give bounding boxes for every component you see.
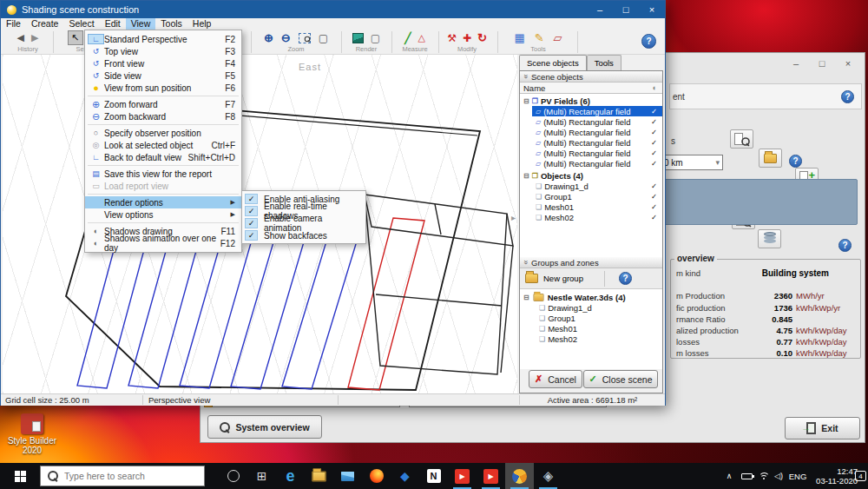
menu-item-render-options[interactable]: Render options ▶: [85, 196, 241, 208]
distance-combobox[interactable]: 0 km ▾: [661, 155, 723, 170]
open-folder-button[interactable]: [759, 149, 782, 168]
menu-item-specify-observer[interactable]: ○ Specify observer position: [85, 127, 241, 139]
help-icon[interactable]: ?: [619, 272, 632, 285]
new-group-button[interactable]: New group: [543, 274, 583, 283]
tools-grid-icon[interactable]: ▦: [514, 31, 524, 44]
scene-objects-header[interactable]: » Scene objects: [520, 71, 662, 83]
visible-check-icon[interactable]: ✓: [651, 213, 657, 221]
search-input[interactable]: [64, 471, 186, 481]
measure-line-icon[interactable]: ╱: [404, 32, 411, 44]
menu-item-zoom-backward[interactable]: ⊖ Zoom backwardF8: [85, 110, 241, 122]
render-wireframe-icon[interactable]: ▢: [371, 32, 380, 44]
menu-item-back-to-default[interactable]: ∟ Back to default viewShift+Ctrl+D: [85, 151, 241, 163]
modify-wrench-icon[interactable]: ⚒: [447, 32, 457, 44]
tree-item-pv[interactable]: ▱(Multi) Rectangular field✓: [520, 116, 662, 127]
menu-file[interactable]: File: [1, 18, 26, 30]
menu-edit[interactable]: Edit: [100, 18, 126, 30]
parent-minimize-button[interactable]: –: [783, 55, 809, 72]
modify-rotate-icon[interactable]: ↻: [477, 31, 487, 44]
pvsyst-app-button-2[interactable]: ▶: [477, 463, 505, 489]
notion-button[interactable]: N: [419, 463, 448, 489]
menu-help[interactable]: Help: [187, 18, 217, 30]
name-column-header[interactable]: Name ◐: [520, 83, 662, 94]
visible-check-icon[interactable]: ✓: [651, 182, 657, 190]
wifi-indicator[interactable]: [755, 463, 773, 489]
measure-triangle-icon[interactable]: △: [418, 32, 424, 43]
pvsyst-app-button[interactable]: ▶: [448, 463, 477, 489]
menu-create[interactable]: Create: [26, 18, 64, 30]
zoom-out-icon[interactable]: ⊖: [281, 31, 291, 44]
menu-item-front-view[interactable]: ↺ Front viewF4: [85, 57, 241, 69]
tree-item-object[interactable]: ❏Mesh01✓: [520, 202, 662, 212]
clock[interactable]: 12:47 03-11-2020: [806, 466, 858, 486]
close-scene-button[interactable]: ✓ Close scene: [583, 370, 658, 388]
parent-maximize-button[interactable]: □: [809, 55, 835, 72]
visible-check-icon[interactable]: ✓: [651, 149, 657, 157]
scroll-right-icon[interactable]: ▸: [511, 213, 516, 222]
tree-node-pv-fields[interactable]: ⊟ ❐ PV Fields (6): [520, 96, 662, 106]
maximize-button[interactable]: □: [613, 1, 639, 18]
visible-check-icon[interactable]: ✓: [651, 117, 657, 126]
active-app-button[interactable]: [505, 463, 534, 489]
collapse-minus-icon[interactable]: ⊟: [523, 172, 529, 180]
gray-app-button[interactable]: ◈: [534, 463, 562, 489]
groups-zones-header[interactable]: » Groups and zones: [520, 257, 662, 268]
tree-item-pv[interactable]: ▱(Multi) Rectangular field✓: [520, 127, 662, 137]
tree-node-objects[interactable]: ⊟ ❒ Objects (4): [520, 170, 662, 181]
dialog-titlebar[interactable]: Shading scene construction – □ ×: [1, 1, 665, 18]
visible-check-icon[interactable]: ✓: [651, 138, 657, 147]
exit-button[interactable]: Exit: [785, 417, 860, 439]
help-icon[interactable]: ?: [838, 239, 852, 252]
system-overview-button[interactable]: System overview: [207, 415, 322, 439]
help-icon[interactable]: ?: [841, 90, 854, 103]
tree-item-group[interactable]: ❏Mesh02: [520, 334, 662, 344]
tab-scene-objects[interactable]: Scene objects: [519, 55, 587, 70]
render-solid-icon[interactable]: [352, 33, 364, 43]
menu-tools[interactable]: Tools: [155, 18, 187, 30]
tree-item-object[interactable]: ❏Mesh02✓: [520, 212, 662, 222]
zoom-object-icon[interactable]: ▢: [319, 32, 328, 44]
history-back-icon[interactable]: ◀: [17, 32, 24, 43]
edge-button[interactable]: e: [276, 463, 305, 489]
help-icon[interactable]: ?: [789, 155, 802, 168]
zoom-window-icon[interactable]: [299, 33, 311, 43]
select-cursor-icon[interactable]: ↖: [68, 30, 83, 45]
tree-item-pv[interactable]: ▱(Multi) Rectangular field✓: [520, 158, 662, 169]
tools-layers-icon[interactable]: ▱: [554, 31, 562, 44]
tools-pencil-icon[interactable]: ✎: [535, 31, 544, 44]
modify-move-icon[interactable]: ✚: [463, 32, 471, 44]
tree-item-object[interactable]: ❏Drawing1_d✓: [520, 181, 662, 191]
menu-item-view-from-sun[interactable]: ● View from sun positionF6: [85, 82, 241, 94]
tree-item-object[interactable]: ❏Group1✓: [520, 191, 662, 202]
menu-item-top-view[interactable]: ↺ Top viewF3: [85, 45, 241, 57]
tree-item-group[interactable]: ❏Mesh01: [520, 323, 662, 334]
firefox-button[interactable]: [362, 463, 391, 489]
menu-select[interactable]: Select: [63, 18, 99, 30]
cortana-button[interactable]: [219, 463, 247, 489]
dropbox-button[interactable]: ◆: [391, 463, 419, 489]
start-button[interactable]: [0, 463, 40, 489]
menu-item-shadows-animation[interactable]: ◐ Shadows animation over one dayF12: [85, 237, 241, 249]
parent-close-button[interactable]: ×: [835, 55, 861, 72]
volume-indicator[interactable]: ◁): [771, 463, 786, 489]
menu-view[interactable]: View: [126, 18, 156, 30]
tree-item-group[interactable]: ❏Drawing1_d: [520, 302, 662, 313]
submenu-item-camera-animation[interactable]: ✓ Enable camera animation: [242, 217, 365, 229]
menu-item-look-at-object[interactable]: ◎ Look at selected objectCtrl+F: [85, 139, 241, 151]
shadow-column-icon[interactable]: ◐: [653, 83, 657, 92]
minimize-button[interactable]: –: [587, 1, 613, 18]
tray-expand-button[interactable]: ∧: [720, 463, 738, 489]
menu-item-zoom-forward[interactable]: ⊕ Zoom forwardF7: [85, 98, 241, 110]
zoom-in-icon[interactable]: ⊕: [264, 31, 273, 44]
visible-check-icon[interactable]: ✓: [651, 107, 657, 116]
history-forward-icon[interactable]: ▶: [31, 32, 38, 43]
tree-item-pv[interactable]: ▱(Multi) Rectangular field✓: [520, 148, 662, 158]
new-group-folder-icon[interactable]: [525, 274, 538, 283]
mail-button[interactable]: [333, 463, 362, 489]
collapse-minus-icon[interactable]: ⊟: [523, 97, 529, 105]
help-icon[interactable]: ?: [641, 34, 656, 49]
visible-check-icon[interactable]: ✓: [651, 192, 657, 201]
notification-center-button[interactable]: 4: [853, 463, 868, 489]
visible-check-icon[interactable]: ✓: [651, 128, 657, 136]
menu-item-side-view[interactable]: ↺ Side viewF5: [85, 69, 241, 82]
